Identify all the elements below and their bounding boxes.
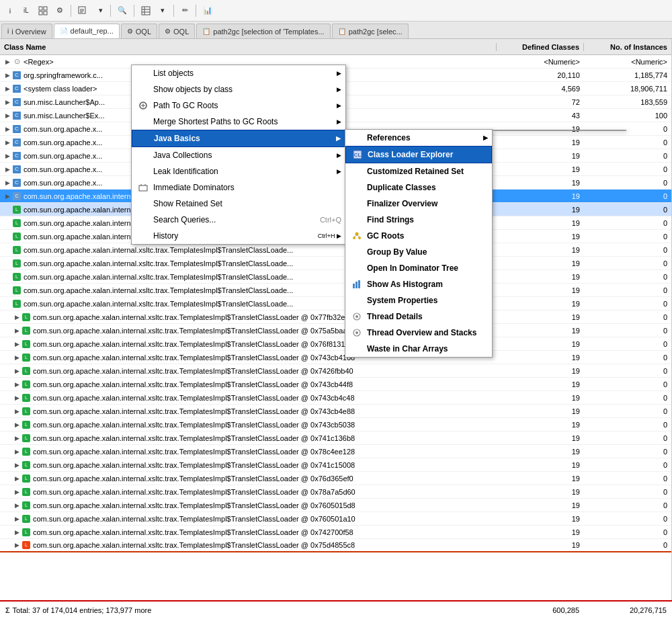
expand-btn[interactable]: ▶ — [3, 97, 12, 107]
menu-item-list-objects[interactable]: List objects ▶ — [132, 65, 345, 81]
table-row[interactable]: ▶Lcom.sun.org.apache.xalan.internal.xslt… — [0, 337, 671, 351]
expand-btn[interactable]: ▶ — [3, 178, 12, 188]
expand-btn[interactable]: ▶ — [12, 460, 22, 470]
expand-btn[interactable]: ▶ — [12, 487, 22, 497]
svg-line-20 — [354, 235, 357, 237]
table-row[interactable]: ▶Lcom.sun.org.apache.xalan.internal.xslt… — [0, 526, 671, 539]
table-row[interactable]: ▶Lcom.sun.org.apache.xalan.internal.xslt… — [0, 378, 671, 391]
table-row-last[interactable]: ▶Lcom.sun.org.apache.xalan.internal.xslt… — [0, 539, 671, 552]
toolbar-btn-grid[interactable] — [35, 3, 51, 18]
expand-btn[interactable]: ▶ — [3, 138, 12, 147]
submenu-item-customized-retained[interactable]: Customized Retained Set — [345, 163, 492, 179]
tab-overview[interactable]: i i Overview — [1, 24, 52, 38]
table-row[interactable]: ▶Lcom.sun.org.apache.xalan.internal.xslt… — [0, 485, 671, 499]
svg-rect-2 — [39, 11, 42, 15]
menu-item-search-queries[interactable]: Search Queries... Ctrl+Q — [132, 212, 345, 228]
table-row[interactable]: ▶Lcom.sun.org.apache.xalan.internal.xslt… — [0, 445, 671, 458]
menu-item-show-objects[interactable]: Show objects by class ▶ — [132, 81, 345, 97]
table-row[interactable]: Lcom.sun.org.apache.xalan.internal.xsltc… — [0, 284, 671, 297]
menu-item-path-gc[interactable]: Path To GC Roots ▶ — [132, 97, 345, 114]
expand-btn[interactable]: ▶ — [12, 393, 22, 403]
table-row[interactable]: ▶Lcom.sun.org.apache.xalan.internal.xslt… — [0, 458, 671, 472]
table-row[interactable]: ▶Lcom.sun.org.apache.xalan.internal.xslt… — [0, 311, 671, 324]
expand-btn[interactable]: ▶ — [3, 71, 12, 80]
submenu-item-system-props[interactable]: System Properties — [345, 292, 492, 308]
table-row[interactable]: ▶Lcom.sun.org.apache.xalan.internal.xslt… — [0, 418, 671, 431]
toolbar-btn-table[interactable] — [138, 3, 154, 18]
table-row[interactable]: ▶Lcom.sun.org.apache.xalan.internal.xslt… — [0, 431, 671, 445]
expand-btn[interactable]: ▶ — [3, 111, 12, 120]
tab-path2gc2[interactable]: 📋 path2gc [selec... — [332, 24, 409, 38]
table-row[interactable]: Lcom.sun.org.apache.xalan.internal.xsltc… — [0, 297, 671, 311]
menu-item-history[interactable]: History Ctrl+H ▶ — [132, 228, 345, 244]
toolbar-btn-export[interactable] — [75, 3, 91, 18]
table-row[interactable]: ▶Lcom.sun.org.apache.xalan.internal.xslt… — [0, 512, 671, 526]
expand-btn[interactable]: ▶ — [12, 353, 22, 362]
table-row[interactable]: Lcom.sun.org.apache.xalan.internal.xsltc… — [0, 243, 671, 257]
tab-default-rep[interactable]: 📄 default_rep... — [54, 24, 120, 38]
submenu-item-group-by[interactable]: Group By Value — [345, 244, 492, 260]
java-basics-submenu[interactable]: References ▶ CL Class Loader Explorer — [345, 129, 493, 358]
expand-btn[interactable]: ▶ — [12, 326, 22, 335]
toolbar-btn-edit[interactable]: ✏ — [177, 3, 192, 18]
table-row[interactable]: ▶Lcom.sun.org.apache.xalan.internal.xslt… — [0, 472, 671, 485]
submenu-item-thread-details[interactable]: Thread Details — [345, 308, 492, 325]
tab-path2gc1[interactable]: 📋 path2gc [selection of 'Templates... — [196, 24, 330, 38]
submenu-item-references[interactable]: References ▶ — [345, 130, 492, 146]
submenu-item-thread-overview[interactable]: Thread Overview and Stacks — [345, 325, 492, 341]
toolbar-btn-dropdown1[interactable]: ▾ — [92, 3, 107, 18]
references-submenu[interactable] — [492, 130, 626, 131]
table-row[interactable]: ▶Lcom.sun.org.apache.xalan.internal.xslt… — [0, 351, 671, 364]
expand-btn[interactable]: ▶ — [3, 124, 12, 134]
table-row[interactable]: ▶Lcom.sun.org.apache.xalan.internal.xslt… — [0, 324, 671, 337]
expand-btn[interactable]: ▶ — [12, 434, 22, 443]
submenu-item-waste[interactable]: Waste in Char Arrays — [345, 341, 492, 357]
table-row[interactable]: ▶Lcom.sun.org.apache.xalan.internal.xslt… — [0, 499, 671, 512]
menu-item-java-collections[interactable]: Java Collections ▶ — [132, 147, 345, 163]
expand-btn[interactable]: ▶ — [12, 366, 22, 376]
expand-btn[interactable]: ▶ — [12, 474, 22, 483]
toolbar-btn-i[interactable]: i — [3, 3, 17, 18]
menu-item-java-basics[interactable]: Java Basics ▶ References ▶ — [132, 130, 345, 147]
submenu-item-finalizer[interactable]: Finalizer Overview — [345, 196, 492, 212]
main-context-menu[interactable]: List objects ▶ Show objects by class ▶ P… — [131, 65, 346, 245]
toolbar-btn-chart[interactable]: 📊 — [200, 3, 216, 18]
expand-btn[interactable]: ▶ — [3, 57, 12, 67]
submenu-item-gc-roots[interactable]: GC Roots — [345, 228, 492, 244]
submenu-item-dominator-tree[interactable]: Open In Dominator Tree — [345, 260, 492, 276]
tab-oql2[interactable]: ⚙ OQL — [159, 24, 195, 38]
expand-btn[interactable]: ▶ — [12, 313, 22, 322]
submenu-item-find-strings[interactable]: Find Strings — [345, 212, 492, 228]
expand-btn[interactable]: ▶ — [12, 339, 22, 349]
expand-btn[interactable]: ▶ — [3, 151, 12, 161]
table-row[interactable]: ▶Lcom.sun.org.apache.xalan.internal.xslt… — [0, 405, 671, 418]
expand-btn[interactable]: ▶ — [12, 528, 22, 537]
toolbar-btn-search[interactable]: 🔍 — [114, 3, 130, 18]
menu-item-merge-shortest[interactable]: Merge Shortest Paths to GC Roots ▶ — [132, 114, 345, 130]
expand-btn[interactable]: ▶ — [12, 501, 22, 510]
expand-btn[interactable]: ▶ — [3, 165, 12, 174]
expand-btn[interactable]: ▶ — [12, 514, 22, 524]
tab-oql1[interactable]: ⚙ OQL — [121, 24, 157, 38]
expand-btn[interactable]: ▶ — [12, 447, 22, 456]
svg-line-21 — [357, 235, 360, 237]
toolbar-btn-gear[interactable]: ⚙ — [52, 3, 67, 18]
submenu-item-class-loader[interactable]: CL Class Loader Explorer — [345, 146, 492, 163]
expand-btn[interactable]: ▶ — [12, 407, 22, 416]
expand-btn[interactable]: ▶ — [3, 84, 12, 93]
menu-item-show-retained[interactable]: Show Retained Set — [132, 196, 345, 212]
menu-item-immediate-dominators[interactable]: Immediate Dominators — [132, 179, 345, 196]
submenu-item-histogram[interactable]: Show As Histogram — [345, 276, 492, 292]
expand-btn[interactable]: ▶ — [12, 540, 22, 550]
expand-btn[interactable]: ▶ — [12, 380, 22, 389]
toolbar-btn-il[interactable]: iL — [19, 3, 34, 18]
table-row[interactable]: Lcom.sun.org.apache.xalan.internal.xsltc… — [0, 270, 671, 284]
expand-btn[interactable]: ▶ — [3, 192, 12, 201]
toolbar-btn-dropdown2[interactable]: ▾ — [155, 3, 170, 18]
expand-btn[interactable]: ▶ — [12, 420, 22, 429]
submenu-item-duplicate-classes[interactable]: Duplicate Classes — [345, 179, 492, 196]
table-row[interactable]: ▶Lcom.sun.org.apache.xalan.internal.xslt… — [0, 364, 671, 378]
table-row[interactable]: ▶Lcom.sun.org.apache.xalan.internal.xslt… — [0, 391, 671, 405]
table-row[interactable]: Lcom.sun.org.apache.xalan.internal.xsltc… — [0, 257, 671, 270]
menu-item-leak-identification[interactable]: Leak Identification ▶ — [132, 163, 345, 179]
